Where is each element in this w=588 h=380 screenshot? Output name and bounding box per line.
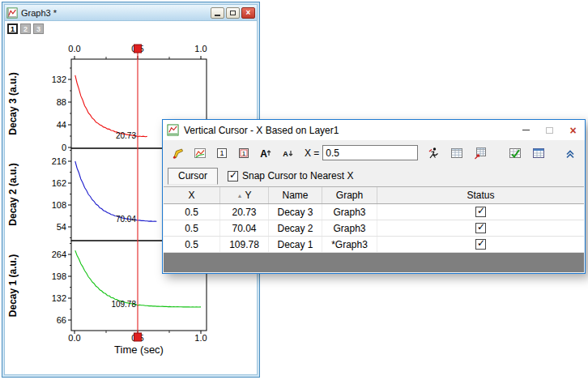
cell-status <box>377 204 584 220</box>
svg-text:108: 108 <box>52 200 66 210</box>
cell-y: 70.04 <box>220 220 269 236</box>
svg-text:216: 216 <box>52 156 66 166</box>
cursor-tool-button[interactable] <box>167 143 189 164</box>
cell-x: 0.5 <box>164 237 220 252</box>
svg-text:88: 88 <box>57 97 66 107</box>
minimize-icon <box>215 15 220 16</box>
column-header-graph[interactable]: Graph <box>322 187 377 203</box>
close-button[interactable]: × <box>241 7 255 19</box>
tag-data-button[interactable] <box>422 143 444 164</box>
restore-button[interactable] <box>226 7 240 19</box>
cell-graph: Graph3 <box>322 204 377 220</box>
svg-text:A: A <box>260 147 267 159</box>
cursor-x-input[interactable] <box>322 145 418 160</box>
svg-text:Decay 2 (a.u.): Decay 2 (a.u.) <box>7 163 19 225</box>
decrease-font-button[interactable]: A <box>276 143 298 164</box>
minimize-button[interactable] <box>211 7 224 19</box>
link-layer1-button[interactable]: 1 <box>232 143 254 164</box>
dialog-titlebar[interactable]: Vertical Cursor - X Based on Layer1 × <box>163 120 585 140</box>
dialog-close-button[interactable]: × <box>561 120 585 140</box>
add-graph-button[interactable] <box>189 143 211 164</box>
layer-button-2[interactable]: 2 <box>20 23 31 34</box>
column-header-y[interactable]: ▲Y <box>220 187 269 203</box>
cell-name: Decay 2 <box>269 220 322 236</box>
svg-text:162: 162 <box>52 178 66 188</box>
svg-text:1.0: 1.0 <box>194 44 207 53</box>
worksheet-arrow-icon <box>474 147 487 160</box>
collapse-dialog-button[interactable] <box>559 143 581 164</box>
chevron-up-double-icon <box>564 147 577 160</box>
new-worksheet-button[interactable] <box>527 143 549 164</box>
svg-text:132: 132 <box>52 293 66 303</box>
snap-cursor-option[interactable]: Snap Cursor to Nearest X <box>228 170 353 181</box>
svg-text:A: A <box>283 150 288 158</box>
cell-name: Decay 3 <box>269 204 322 220</box>
sort-ascending-icon: ▲ <box>237 193 243 199</box>
cell-graph: *Graph3 <box>322 237 377 252</box>
snap-checkbox[interactable] <box>228 171 238 181</box>
svg-text:109.78: 109.78 <box>111 300 136 309</box>
svg-text:Time (sec): Time (sec) <box>114 344 164 356</box>
table-row[interactable]: 0.5 20.73 Decay 3 Graph3 <box>164 204 584 220</box>
svg-text:0.0: 0.0 <box>68 333 80 343</box>
svg-text:Decay 1 (a.u.): Decay 1 (a.u.) <box>7 254 19 317</box>
column-header-x[interactable]: X <box>164 187 220 203</box>
svg-text:1: 1 <box>219 149 224 157</box>
cell-status <box>377 237 584 252</box>
svg-text:132: 132 <box>52 75 66 84</box>
svg-text:0.0: 0.0 <box>68 44 80 53</box>
cell-x: 0.5 <box>164 220 220 236</box>
cursor-pen-icon <box>172 147 185 160</box>
desktop: Graph3 * × 1 2 3 04488132Decay 3 (a.u.)5… <box>0 0 588 380</box>
graph-window-icon <box>6 7 18 19</box>
svg-text:70.04: 70.04 <box>116 215 136 224</box>
show-graph-list-button[interactable] <box>504 143 526 164</box>
tab-cursor[interactable]: Cursor <box>168 168 218 185</box>
dialog-minimize-button[interactable] <box>514 120 538 140</box>
output-to-worksheet-button[interactable] <box>469 143 491 164</box>
table-row[interactable]: 0.5 70.04 Decay 2 Graph3 <box>164 220 584 237</box>
font-decrease-icon: A <box>281 147 294 160</box>
layer1-icon: 1 <box>215 147 228 160</box>
cell-y: 109.78 <box>220 237 269 252</box>
table-header-row: X ▲Y Name Graph Status <box>164 187 584 204</box>
status-checkbox[interactable] <box>475 223 486 233</box>
svg-text:20.73: 20.73 <box>116 131 136 140</box>
close-icon: × <box>569 125 576 136</box>
cell-graph: Graph3 <box>322 220 377 236</box>
snap-checkbox-label: Snap Cursor to Nearest X <box>242 170 353 181</box>
font-increase-icon: A <box>259 147 272 160</box>
x-equals-label: X = <box>305 147 319 159</box>
column-header-status[interactable]: Status <box>377 187 584 203</box>
cell-name: Decay 1 <box>269 237 322 252</box>
dialog-tab-row: Cursor Snap Cursor to Nearest X <box>163 165 585 186</box>
restore-icon <box>230 11 236 15</box>
increase-font-button[interactable]: A <box>254 143 276 164</box>
dialog-title: Vertical Cursor - X Based on Layer1 <box>184 125 509 136</box>
dialog-icon <box>167 124 179 136</box>
layer1-frame-icon: 1 <box>237 147 250 160</box>
dialog-maximize-button[interactable] <box>538 120 561 140</box>
svg-text:54: 54 <box>57 222 66 232</box>
show-layer1-button[interactable]: 1 <box>211 143 232 164</box>
layer-button-1[interactable]: 1 <box>7 23 18 34</box>
info-worksheet-button[interactable] <box>445 143 467 164</box>
maximize-icon <box>546 127 553 134</box>
status-checkbox[interactable] <box>475 239 486 250</box>
svg-text:1.0: 1.0 <box>194 333 207 343</box>
dialog-toolbar: 1 1 A A X = <box>163 140 585 165</box>
runner-icon <box>427 147 440 160</box>
svg-text:198: 198 <box>52 271 66 281</box>
status-checkbox[interactable] <box>475 207 486 217</box>
graph-window-title: Graph3 * <box>21 8 207 18</box>
check-grid-icon <box>509 147 522 160</box>
graph-window-titlebar[interactable]: Graph3 * × <box>4 4 258 21</box>
column-header-name[interactable]: Name <box>269 187 322 203</box>
close-icon: × <box>246 9 251 17</box>
cursor-results-table: X ▲Y Name Graph Status 0.5 20.73 Decay 3… <box>164 186 584 272</box>
table-empty-area <box>164 253 584 272</box>
vertical-cursor-dialog: Vertical Cursor - X Based on Layer1 × 1 … <box>162 119 586 274</box>
layer-button-3[interactable]: 3 <box>33 23 44 34</box>
table-row[interactable]: 0.5 109.78 Decay 1 *Graph3 <box>164 237 584 253</box>
cell-x: 0.5 <box>164 204 220 220</box>
